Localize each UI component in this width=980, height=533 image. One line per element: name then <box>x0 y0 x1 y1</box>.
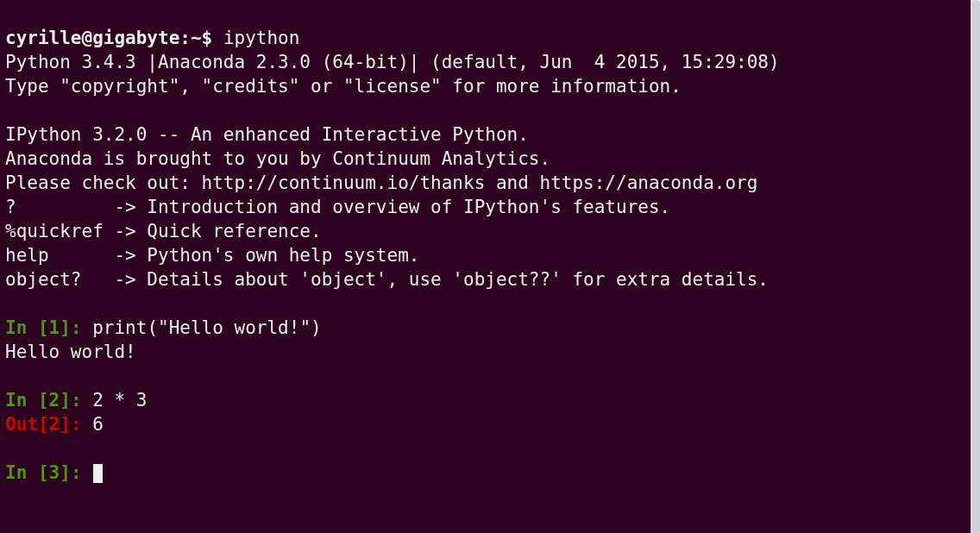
banner-line: object? -> Details about 'object', use '… <box>5 269 769 290</box>
in-prompt-2: In [2]: <box>5 390 92 411</box>
terminal-content[interactable]: cyrille@gigabyte:~$ ipython Python 3.4.3… <box>0 0 980 486</box>
in-prompt-3: In [3]: <box>5 462 92 483</box>
in-prompt-1: In [1]: <box>5 317 92 338</box>
scrollbar-thumb[interactable] <box>972 0 980 533</box>
stdout-1: Hello world! <box>5 342 136 362</box>
shell-prompt: cyrille@gigabyte:~$ <box>5 28 212 48</box>
in-code-2: 2 * 3 <box>92 390 147 411</box>
out-value-2: 6 <box>92 414 104 435</box>
banner-line: IPython 3.2.0 -- An enhanced Interactive… <box>5 124 529 145</box>
banner-line: Python 3.4.3 |Anaconda 2.3.0 (64-bit)| (… <box>5 52 780 72</box>
banner-line: %quickref -> Quick reference. <box>5 221 322 241</box>
cursor[interactable] <box>93 464 103 483</box>
banner-line: help -> Python's own help system. <box>5 245 419 266</box>
out-prompt-2: Out[2]: <box>5 414 92 435</box>
banner-line: Type "copyright", "credits" or "license"… <box>5 76 682 97</box>
shell-command: ipython <box>223 28 300 48</box>
scrollbar[interactable] <box>971 0 980 533</box>
in-code-1: print("Hello world!") <box>92 317 322 338</box>
banner-line: Anaconda is brought to you by Continuum … <box>5 148 550 169</box>
banner-line: Please check out: http://continuum.io/th… <box>5 172 757 193</box>
banner-line: ? -> Introduction and overview of IPytho… <box>5 197 670 217</box>
